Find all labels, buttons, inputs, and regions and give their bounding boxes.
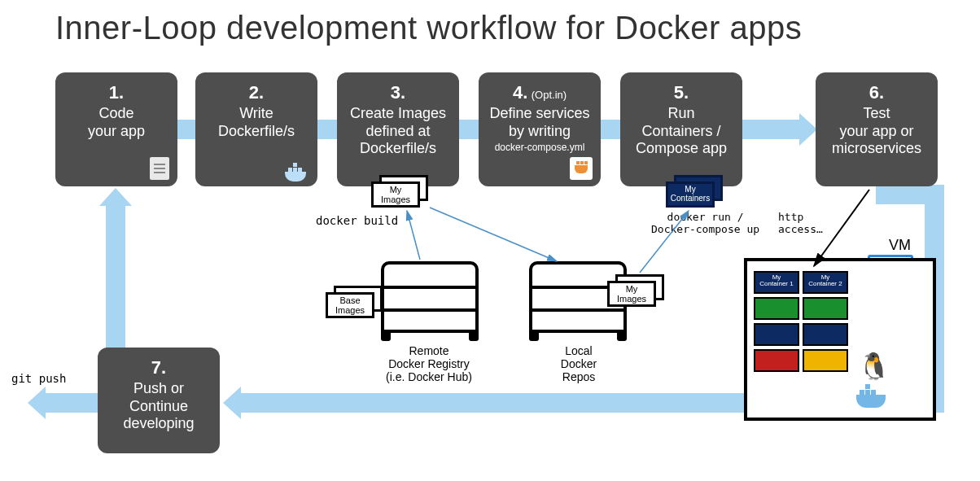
vm-layer: [803, 323, 848, 346]
vm-layer: [803, 297, 848, 320]
svg-line-0: [407, 211, 420, 260]
step-7-push: 7. Push or Continue developing: [98, 348, 220, 453]
diagram-stage: 1. Code your app 2. Write Dockerfile/s 3…: [0, 46, 980, 461]
step-3-create-images: 3. Create Images defined at Dockerfile/s: [337, 72, 459, 186]
step-num: 1.: [63, 82, 169, 103]
step-2-dockerfile: 2. Write Dockerfile/s: [195, 72, 317, 186]
step-num: 3.: [345, 82, 451, 103]
docker-whale-icon: [285, 162, 311, 181]
base-images-stack: Base Images: [326, 286, 383, 318]
step-num: 5.: [628, 82, 734, 103]
local-repos-label: Local Docker Repos: [518, 344, 640, 383]
arrow-6-down-elbow: [876, 185, 944, 204]
vm-container-2: My Container 2: [803, 271, 848, 294]
vm-label: VM: [889, 237, 911, 254]
vm-container-1: My Container 1: [754, 271, 799, 294]
step-5-run: 5. Run Containers / Compose app: [620, 72, 742, 186]
remote-registry-label: Remote Docker Registry (i.e. Docker Hub): [368, 344, 490, 383]
compose-whale-icon: [570, 157, 593, 180]
step-label: Create Images defined at Dockerfile/s: [345, 105, 451, 158]
stack-label: My Images: [607, 281, 656, 307]
vm-containers-grid: My Container 1 My Container 2: [754, 271, 850, 375]
step-6-test: 6. Test your app or microservices: [816, 72, 938, 186]
step-sublabel: docker-compose.yml: [487, 142, 593, 153]
docker-whale-icon-small: [856, 385, 892, 408]
vm-layer: [754, 349, 799, 372]
stack-label: My Containers: [666, 181, 715, 208]
step-4-compose: 4. (Opt.in) Define services by writing d…: [479, 72, 601, 186]
step-label: Write Dockerfile/s: [203, 105, 309, 140]
step-num: 6.: [824, 82, 930, 103]
page-title: Inner-Loop development workflow for Dock…: [0, 0, 980, 46]
arrow-5-6: [736, 120, 799, 139]
step-label: Run Containers / Compose app: [628, 105, 734, 158]
step-1-code: 1. Code your app: [55, 72, 177, 186]
vm-layer: [754, 297, 799, 320]
my-images-stack-local: My Images: [607, 274, 664, 307]
step-num: 7.: [106, 357, 212, 378]
step-label: Test your app or microservices: [824, 105, 930, 158]
linux-tux-icon: 🐧: [858, 351, 890, 382]
label-docker-run: docker run / Docker-compose up: [651, 211, 759, 235]
arrow-git-push: [46, 393, 101, 413]
my-images-stack-top: My Images: [371, 175, 428, 208]
vm-layer: [803, 349, 848, 372]
svg-line-1: [430, 208, 557, 261]
step-label: Define services by writing: [487, 105, 593, 140]
label-http-access: http access…: [778, 211, 823, 235]
stack-label: My Images: [371, 181, 420, 208]
step-label: Push or Continue developing: [106, 380, 212, 433]
document-icon: [150, 157, 169, 180]
my-containers-stack: My Containers: [666, 175, 723, 208]
step-label: Code your app: [63, 105, 169, 140]
label-git-push: git push: [11, 372, 66, 385]
step-num: 4.: [513, 82, 527, 103]
arrow-7-to-1: [106, 206, 125, 349]
step-num: 2.: [203, 82, 309, 103]
label-docker-build: docker build: [316, 214, 398, 227]
vm-layer: [754, 323, 799, 346]
remote-registry-shelf: [381, 261, 479, 333]
stack-label: Base Images: [326, 292, 374, 318]
step-opt: (Opt.in): [532, 89, 567, 101]
